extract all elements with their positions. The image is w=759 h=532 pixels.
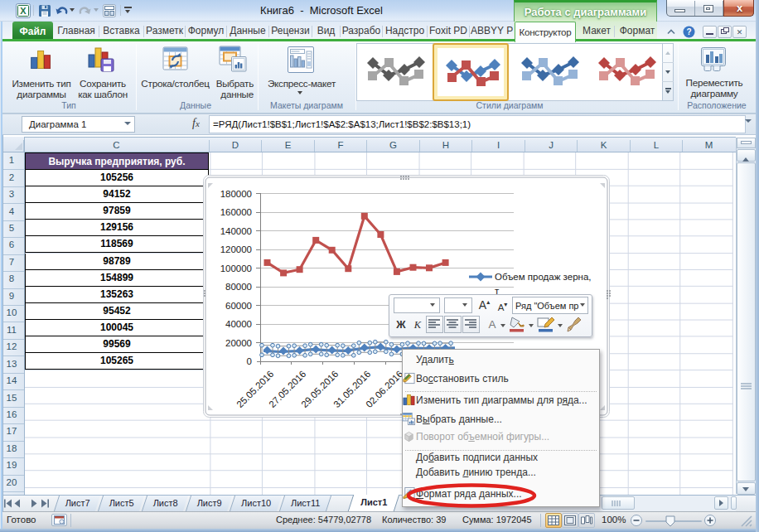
svg-text:100000: 100000	[220, 264, 252, 273]
svg-text:0: 0	[247, 356, 252, 366]
svg-text:60000: 60000	[225, 301, 252, 311]
svg-text:160000: 160000	[220, 207, 252, 217]
svg-text:180000: 180000	[220, 189, 252, 199]
svg-text:40000: 40000	[225, 319, 252, 329]
svg-text:т: т	[495, 286, 500, 296]
svg-text:Объем продаж зерна,: Объем продаж зерна,	[495, 272, 591, 282]
svg-text:120000: 120000	[220, 244, 252, 254]
svg-text:?: ?	[686, 27, 691, 36]
svg-text:X: X	[20, 6, 27, 16]
svg-text:140000: 140000	[220, 226, 252, 236]
svg-text:20000: 20000	[225, 338, 252, 348]
svg-text:80000: 80000	[225, 282, 252, 292]
